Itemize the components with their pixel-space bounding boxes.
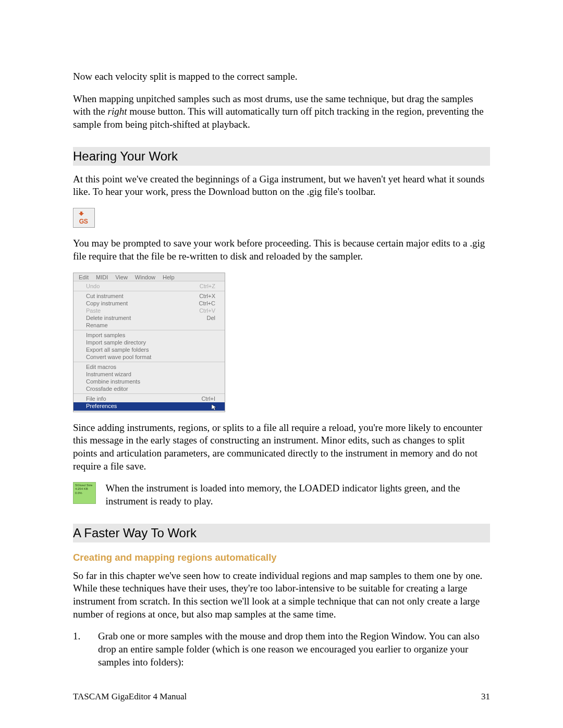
menu-item-label: Import sample directory xyxy=(86,339,146,346)
menu-item-label: Undo xyxy=(86,283,100,289)
menu-item-shortcut: Del xyxy=(206,315,215,321)
menu-item-label: File info xyxy=(86,396,106,402)
menu-item-undo: Undo Ctrl+Z xyxy=(74,282,225,290)
heading-hearing-your-work: Hearing Your Work xyxy=(73,147,490,166)
menu-item-label: Combine instruments xyxy=(86,378,140,385)
paragraph: When mapping unpitched samples such as m… xyxy=(73,93,490,131)
menu-group: Cut instrument Ctrl+X Copy instrument Ct… xyxy=(74,291,225,330)
menu-window: Window xyxy=(135,274,155,280)
page-footer: TASCAM GigaEditor 4 Manual 31 xyxy=(73,692,490,702)
loaded-indicator-line: 4:254 KB xyxy=(75,487,94,491)
edit-menu-screenshot: Edit MIDI View Window Help Undo Ctrl+Z C… xyxy=(73,273,225,412)
loaded-indicator-line: SGload Size xyxy=(75,484,94,487)
menu-item-cut-instrument: Cut instrument Ctrl+X xyxy=(74,292,225,300)
menu-item-label: Preferences xyxy=(86,403,117,410)
menu-item-label: Rename xyxy=(86,322,108,328)
footer-page-number: 31 xyxy=(481,692,490,702)
menu-item-label: Paste xyxy=(86,307,101,314)
loaded-indicator-icon: SGload Size 4:254 KB 0.0% xyxy=(73,482,96,504)
menu-midi: MIDI xyxy=(96,274,108,280)
menu-edit: Edit xyxy=(79,274,89,280)
menu-item-paste: Paste Ctrl+V xyxy=(74,307,225,314)
paragraph: You may be prompted to save your work be… xyxy=(73,237,490,263)
menu-item-label: Convert wave pool format xyxy=(86,354,151,360)
page: Now each velocity split is mapped to the… xyxy=(0,0,563,728)
menu-group: File info Ctrl+I Preferences xyxy=(74,394,225,412)
paragraph: Now each velocity split is mapped to the… xyxy=(73,70,490,83)
step-item: Grab one or more samples with the mouse … xyxy=(73,630,490,669)
menu-item-crossfade-editor: Crossfade editor xyxy=(74,385,225,392)
menu-item-label: Edit macros xyxy=(86,364,116,370)
menu-group: Edit macros Instrument wizard Combine in… xyxy=(74,362,225,394)
cursor-icon xyxy=(211,404,217,411)
loaded-indicator-row: SGload Size 4:254 KB 0.0% When the instr… xyxy=(73,482,490,508)
menu-item-preferences: Preferences xyxy=(74,402,225,411)
menu-item-label: Delete instrument xyxy=(86,315,131,321)
menu-item-label: Copy instrument xyxy=(86,300,128,306)
menu-item-shortcut: Ctrl+V xyxy=(199,307,215,314)
loaded-indicator-line: 0.0% xyxy=(75,491,94,495)
menu-item-shortcut: Ctrl+X xyxy=(199,293,215,299)
menu-view: View xyxy=(115,274,128,280)
menu-item-shortcut: Ctrl+C xyxy=(199,300,215,306)
menu-item-shortcut: Ctrl+I xyxy=(201,396,215,402)
text-run: mouse button. This will automatically tu… xyxy=(73,106,484,130)
menu-item-rename: Rename xyxy=(74,322,225,329)
gs-icon-label: GS xyxy=(74,218,93,225)
menu-item-label: Cut instrument xyxy=(86,293,124,299)
footer-title: TASCAM GigaEditor 4 Manual xyxy=(73,692,187,702)
menu-item-import-samples: Import samples xyxy=(74,331,225,339)
menu-item-label: Import samples xyxy=(86,332,125,338)
menu-item-combine-instruments: Combine instruments xyxy=(74,378,225,385)
paragraph: So far in this chapter we've seen how to… xyxy=(73,570,490,621)
menu-bar: Edit MIDI View Window Help xyxy=(74,273,225,281)
paragraph: Since adding instruments, regions, or sp… xyxy=(73,422,490,473)
heading-creating-and-mapping-regions: Creating and mapping regions automatical… xyxy=(73,552,490,563)
menu-item-label: Crossfade editor xyxy=(86,386,128,392)
menu-item-instrument-wizard: Instrument wizard xyxy=(74,371,225,378)
heading-a-faster-way-to-work: A Faster Way To Work xyxy=(73,524,490,542)
menu-item-label: Export all sample folders xyxy=(86,347,149,353)
menu-item-import-sample-directory: Import sample directory xyxy=(74,339,225,346)
menu-group: Import samples Import sample directory E… xyxy=(74,330,225,362)
menu-item-convert-wave-pool-format: Convert wave pool format xyxy=(74,353,225,361)
paragraph: When the instrument is loaded into memor… xyxy=(105,482,490,508)
menu-item-shortcut: Ctrl+Z xyxy=(200,283,215,289)
menu-item-label: Instrument wizard xyxy=(86,371,131,377)
menu-item-file-info: File info Ctrl+I xyxy=(74,395,225,402)
download-arrow-icon xyxy=(79,212,84,216)
menu-item-edit-macros: Edit macros xyxy=(74,363,225,371)
numbered-steps: Grab one or more samples with the mouse … xyxy=(73,630,490,669)
download-gs-icon: GS xyxy=(73,208,95,228)
menu-item-export-all-sample-folders: Export all sample folders xyxy=(74,346,225,353)
menu-item-copy-instrument: Copy instrument Ctrl+C xyxy=(74,300,225,307)
menu-help: Help xyxy=(163,274,175,280)
paragraph: At this point we've created the beginnin… xyxy=(73,173,490,199)
text-italic: right xyxy=(108,106,127,117)
menu-item-delete-instrument: Delete instrument Del xyxy=(74,314,225,322)
menu-group: Undo Ctrl+Z xyxy=(74,281,225,291)
